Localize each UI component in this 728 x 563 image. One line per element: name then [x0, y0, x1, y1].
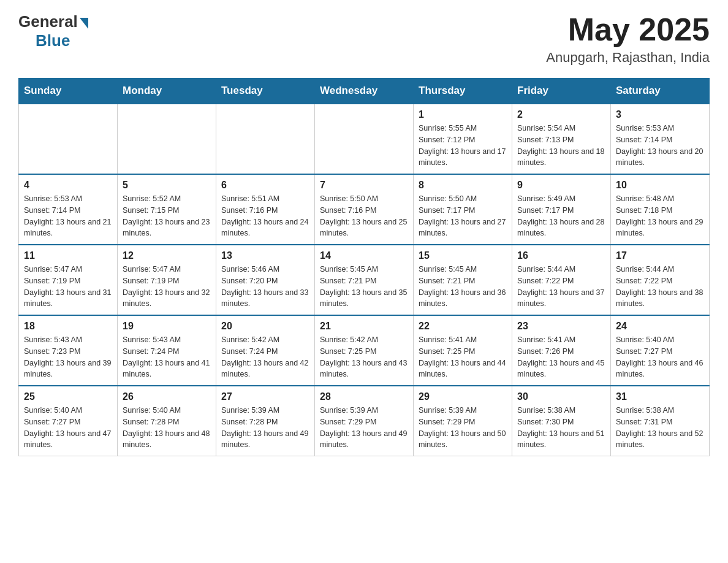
day-number: 22: [419, 321, 507, 332]
calendar-cell: 27Sunrise: 5:39 AM Sunset: 7:28 PM Dayli…: [216, 386, 315, 456]
calendar-cell: 24Sunrise: 5:40 AM Sunset: 7:27 PM Dayli…: [611, 315, 710, 386]
title-section: May 2025 Anupgarh, Rajasthan, India: [546, 12, 710, 66]
month-year-title: May 2025: [546, 12, 710, 47]
day-number: 10: [616, 180, 704, 191]
day-number: 19: [123, 321, 211, 332]
day-info: Sunrise: 5:44 AM Sunset: 7:22 PM Dayligh…: [616, 264, 704, 310]
day-info: Sunrise: 5:42 AM Sunset: 7:25 PM Dayligh…: [320, 334, 408, 380]
col-header-monday: Monday: [118, 79, 216, 104]
week-row-5: 25Sunrise: 5:40 AM Sunset: 7:27 PM Dayli…: [19, 386, 710, 456]
calendar-cell: 10Sunrise: 5:48 AM Sunset: 7:18 PM Dayli…: [611, 174, 710, 245]
week-row-1: 1Sunrise: 5:55 AM Sunset: 7:12 PM Daylig…: [19, 104, 710, 174]
col-header-wednesday: Wednesday: [315, 79, 414, 104]
day-number: 29: [419, 391, 507, 402]
location-subtitle: Anupgarh, Rajasthan, India: [546, 50, 710, 66]
day-number: 26: [123, 391, 211, 402]
page-header: General Blue May 2025 Anupgarh, Rajastha…: [18, 12, 710, 66]
calendar-cell: 12Sunrise: 5:47 AM Sunset: 7:19 PM Dayli…: [118, 245, 216, 315]
calendar-cell: 25Sunrise: 5:40 AM Sunset: 7:27 PM Dayli…: [19, 386, 118, 456]
calendar-cell: [216, 104, 315, 174]
calendar-cell: 5Sunrise: 5:52 AM Sunset: 7:15 PM Daylig…: [118, 174, 216, 245]
day-number: 7: [320, 180, 408, 191]
calendar-cell: [118, 104, 216, 174]
calendar-cell: 19Sunrise: 5:43 AM Sunset: 7:24 PM Dayli…: [118, 315, 216, 386]
calendar-cell: 3Sunrise: 5:53 AM Sunset: 7:14 PM Daylig…: [611, 104, 710, 174]
col-header-thursday: Thursday: [414, 79, 512, 104]
day-info: Sunrise: 5:39 AM Sunset: 7:28 PM Dayligh…: [221, 405, 309, 451]
calendar-cell: [19, 104, 118, 174]
calendar-table: SundayMondayTuesdayWednesdayThursdayFrid…: [18, 78, 710, 456]
day-info: Sunrise: 5:38 AM Sunset: 7:30 PM Dayligh…: [517, 405, 605, 451]
day-number: 9: [517, 180, 605, 191]
calendar-cell: 4Sunrise: 5:53 AM Sunset: 7:14 PM Daylig…: [19, 174, 118, 245]
day-number: 20: [221, 321, 309, 332]
day-number: 27: [221, 391, 309, 402]
day-info: Sunrise: 5:51 AM Sunset: 7:16 PM Dayligh…: [221, 193, 309, 239]
day-number: 8: [419, 180, 507, 191]
calendar-cell: [315, 104, 414, 174]
day-info: Sunrise: 5:50 AM Sunset: 7:17 PM Dayligh…: [419, 193, 507, 239]
col-header-sunday: Sunday: [19, 79, 118, 104]
week-row-4: 18Sunrise: 5:43 AM Sunset: 7:23 PM Dayli…: [19, 315, 710, 386]
calendar-cell: 9Sunrise: 5:49 AM Sunset: 7:17 PM Daylig…: [512, 174, 611, 245]
day-number: 17: [616, 250, 704, 261]
logo: General Blue: [18, 12, 88, 50]
day-info: Sunrise: 5:55 AM Sunset: 7:12 PM Dayligh…: [419, 123, 507, 169]
day-info: Sunrise: 5:43 AM Sunset: 7:23 PM Dayligh…: [24, 334, 112, 380]
calendar-cell: 2Sunrise: 5:54 AM Sunset: 7:13 PM Daylig…: [512, 104, 611, 174]
day-number: 11: [24, 250, 112, 261]
calendar-cell: 6Sunrise: 5:51 AM Sunset: 7:16 PM Daylig…: [216, 174, 315, 245]
day-info: Sunrise: 5:41 AM Sunset: 7:26 PM Dayligh…: [517, 334, 605, 380]
day-info: Sunrise: 5:45 AM Sunset: 7:21 PM Dayligh…: [320, 264, 408, 310]
week-row-3: 11Sunrise: 5:47 AM Sunset: 7:19 PM Dayli…: [19, 245, 710, 315]
calendar-cell: 16Sunrise: 5:44 AM Sunset: 7:22 PM Dayli…: [512, 245, 611, 315]
day-number: 23: [517, 321, 605, 332]
day-info: Sunrise: 5:48 AM Sunset: 7:18 PM Dayligh…: [616, 193, 704, 239]
day-info: Sunrise: 5:47 AM Sunset: 7:19 PM Dayligh…: [123, 264, 211, 310]
week-row-2: 4Sunrise: 5:53 AM Sunset: 7:14 PM Daylig…: [19, 174, 710, 245]
day-number: 5: [123, 180, 211, 191]
calendar-cell: 22Sunrise: 5:41 AM Sunset: 7:25 PM Dayli…: [414, 315, 512, 386]
day-number: 3: [616, 109, 704, 120]
day-info: Sunrise: 5:46 AM Sunset: 7:20 PM Dayligh…: [221, 264, 309, 310]
day-number: 4: [24, 180, 112, 191]
calendar-cell: 23Sunrise: 5:41 AM Sunset: 7:26 PM Dayli…: [512, 315, 611, 386]
day-info: Sunrise: 5:40 AM Sunset: 7:27 PM Dayligh…: [616, 334, 704, 380]
day-number: 1: [419, 109, 507, 120]
calendar-cell: 30Sunrise: 5:38 AM Sunset: 7:30 PM Dayli…: [512, 386, 611, 456]
day-info: Sunrise: 5:38 AM Sunset: 7:31 PM Dayligh…: [616, 405, 704, 451]
day-number: 24: [616, 321, 704, 332]
day-info: Sunrise: 5:42 AM Sunset: 7:24 PM Dayligh…: [221, 334, 309, 380]
calendar-cell: 29Sunrise: 5:39 AM Sunset: 7:29 PM Dayli…: [414, 386, 512, 456]
day-number: 18: [24, 321, 112, 332]
calendar-cell: 14Sunrise: 5:45 AM Sunset: 7:21 PM Dayli…: [315, 245, 414, 315]
day-info: Sunrise: 5:44 AM Sunset: 7:22 PM Dayligh…: [517, 264, 605, 310]
calendar-cell: 28Sunrise: 5:39 AM Sunset: 7:29 PM Dayli…: [315, 386, 414, 456]
day-info: Sunrise: 5:41 AM Sunset: 7:25 PM Dayligh…: [419, 334, 507, 380]
calendar-cell: 20Sunrise: 5:42 AM Sunset: 7:24 PM Dayli…: [216, 315, 315, 386]
day-number: 13: [221, 250, 309, 261]
calendar-header-row: SundayMondayTuesdayWednesdayThursdayFrid…: [19, 79, 710, 104]
day-number: 28: [320, 391, 408, 402]
calendar-cell: 17Sunrise: 5:44 AM Sunset: 7:22 PM Dayli…: [611, 245, 710, 315]
calendar-cell: 13Sunrise: 5:46 AM Sunset: 7:20 PM Dayli…: [216, 245, 315, 315]
calendar-cell: 31Sunrise: 5:38 AM Sunset: 7:31 PM Dayli…: [611, 386, 710, 456]
day-number: 30: [517, 391, 605, 402]
col-header-saturday: Saturday: [611, 79, 710, 104]
day-info: Sunrise: 5:45 AM Sunset: 7:21 PM Dayligh…: [419, 264, 507, 310]
day-info: Sunrise: 5:40 AM Sunset: 7:28 PM Dayligh…: [123, 405, 211, 451]
day-number: 2: [517, 109, 605, 120]
calendar-cell: 11Sunrise: 5:47 AM Sunset: 7:19 PM Dayli…: [19, 245, 118, 315]
day-info: Sunrise: 5:53 AM Sunset: 7:14 PM Dayligh…: [616, 123, 704, 169]
day-number: 16: [517, 250, 605, 261]
day-info: Sunrise: 5:47 AM Sunset: 7:19 PM Dayligh…: [24, 264, 112, 310]
day-number: 21: [320, 321, 408, 332]
logo-blue-text: Blue: [36, 31, 70, 50]
calendar-cell: 8Sunrise: 5:50 AM Sunset: 7:17 PM Daylig…: [414, 174, 512, 245]
calendar-cell: 1Sunrise: 5:55 AM Sunset: 7:12 PM Daylig…: [414, 104, 512, 174]
day-number: 31: [616, 391, 704, 402]
day-number: 15: [419, 250, 507, 261]
day-info: Sunrise: 5:54 AM Sunset: 7:13 PM Dayligh…: [517, 123, 605, 169]
logo-triangle-icon: [80, 18, 88, 29]
day-info: Sunrise: 5:53 AM Sunset: 7:14 PM Dayligh…: [24, 193, 112, 239]
